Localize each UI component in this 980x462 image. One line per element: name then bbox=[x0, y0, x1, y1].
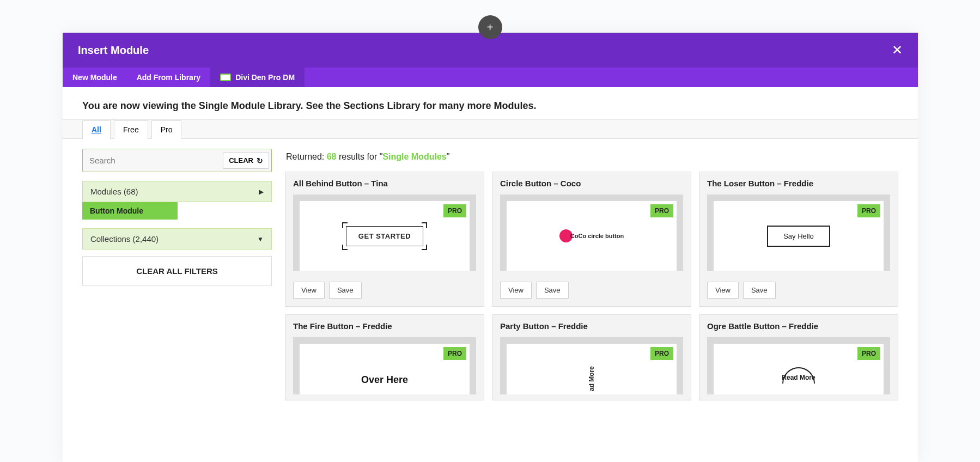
chevron-right-icon: ▶ bbox=[259, 188, 264, 196]
card-title: The Loser Button – Freddie bbox=[699, 172, 898, 194]
pro-badge: PRO bbox=[443, 204, 466, 217]
modal-body: You are now viewing the Single Module Li… bbox=[63, 87, 918, 462]
card-title: The Fire Button – Freddie bbox=[285, 315, 484, 337]
active-filter-chip[interactable]: Button Module bbox=[82, 202, 178, 220]
tab-divi-den-label: Divi Den Pro DM bbox=[235, 73, 295, 82]
card-title: Party Button – Freddie bbox=[492, 315, 691, 337]
tab-divi-den-pro-dm[interactable]: Divi Den Pro DM bbox=[210, 68, 305, 87]
library-announcement: You are now viewing the Single Module Li… bbox=[63, 87, 918, 119]
filter-tab-all[interactable]: All bbox=[82, 120, 111, 139]
save-button[interactable]: Save bbox=[536, 282, 569, 299]
tab-new-module[interactable]: New Module bbox=[63, 68, 127, 87]
preview-button: Say Hello bbox=[767, 226, 830, 247]
card-preview: PRO CoCo circle button bbox=[500, 194, 683, 271]
preview-button: ad More bbox=[588, 358, 595, 391]
module-card: The Fire Button – Freddie PRO Over Here bbox=[285, 314, 484, 400]
pro-badge: PRO bbox=[650, 204, 673, 217]
modal-title: Insert Module bbox=[78, 44, 149, 57]
preview-button: Read More bbox=[782, 374, 815, 381]
search-input[interactable] bbox=[85, 151, 220, 169]
card-title: Ogre Battle Button – Freddie bbox=[699, 315, 898, 337]
scroll-area[interactable]: CLEAR ↻ Modules (68) ▶ Button Module bbox=[63, 138, 918, 462]
card-title: All Behind Button – Tina bbox=[285, 172, 484, 194]
module-card: All Behind Button – Tina PRO GET STARTED bbox=[285, 172, 484, 307]
close-icon[interactable]: ✕ bbox=[892, 42, 903, 58]
pro-badge: PRO bbox=[443, 347, 466, 360]
pro-badge: PRO bbox=[857, 204, 880, 217]
save-button[interactable]: Save bbox=[329, 282, 362, 299]
view-button[interactable]: View bbox=[707, 282, 739, 299]
filter-tab-pro[interactable]: Pro bbox=[151, 120, 182, 139]
accordion-collections-label: Collections (2,440) bbox=[90, 234, 159, 244]
preview-button: GET STARTED bbox=[346, 226, 423, 246]
card-title: Circle Button – Coco bbox=[492, 172, 691, 194]
tab-add-from-library[interactable]: Add From Library bbox=[127, 68, 210, 87]
divi-den-icon bbox=[220, 74, 231, 81]
search-row: CLEAR ↻ bbox=[82, 149, 272, 172]
view-button[interactable]: View bbox=[293, 282, 325, 299]
preview-button: CoCo circle button bbox=[559, 229, 624, 242]
module-card: Ogre Battle Button – Freddie PRO Read Mo… bbox=[699, 314, 898, 400]
module-card: Party Button – Freddie PRO ad More bbox=[492, 314, 691, 400]
clear-search-button[interactable]: CLEAR ↻ bbox=[223, 153, 269, 169]
pro-badge: PRO bbox=[857, 347, 880, 360]
module-card: The Loser Button – Freddie PRO Say Hello… bbox=[699, 172, 898, 307]
view-button[interactable]: View bbox=[500, 282, 532, 299]
clear-search-label: CLEAR bbox=[229, 156, 253, 165]
filter-tab-free[interactable]: Free bbox=[114, 120, 148, 139]
pro-badge: PRO bbox=[650, 347, 673, 360]
results: Returned: 68 results for "Single Modules… bbox=[285, 149, 898, 462]
card-preview: PRO Read More bbox=[707, 337, 890, 394]
filter-tabs: All Free Pro bbox=[63, 120, 918, 139]
card-preview: PRO ad More bbox=[500, 337, 683, 394]
module-card: Circle Button – Coco PRO CoCo circle but… bbox=[492, 172, 691, 307]
card-preview: PRO Over Here bbox=[293, 337, 476, 394]
results-grid: All Behind Button – Tina PRO GET STARTED bbox=[285, 172, 898, 400]
results-summary: Returned: 68 results for "Single Modules… bbox=[285, 149, 898, 172]
save-button[interactable]: Save bbox=[743, 282, 776, 299]
card-preview: PRO Say Hello bbox=[707, 194, 890, 271]
accordion-collections[interactable]: Collections (2,440) ▼ bbox=[82, 228, 272, 250]
chevron-down-icon: ▼ bbox=[257, 235, 264, 243]
sidebar: CLEAR ↻ Modules (68) ▶ Button Module bbox=[82, 149, 272, 462]
insert-module-modal: Insert Module ✕ New Module Add From Libr… bbox=[63, 33, 918, 462]
modal-tabs: New Module Add From Library Divi Den Pro… bbox=[63, 68, 918, 87]
refresh-icon: ↻ bbox=[257, 156, 263, 165]
clear-all-filters-button[interactable]: CLEAR ALL FILTERS bbox=[82, 256, 272, 286]
accordion-modules[interactable]: Modules (68) ▶ bbox=[82, 181, 272, 202]
card-preview: PRO GET STARTED bbox=[293, 194, 476, 271]
accordion-modules-label: Modules (68) bbox=[90, 187, 138, 196]
add-section-fab[interactable]: + bbox=[478, 15, 502, 39]
preview-button: Over Here bbox=[361, 374, 408, 386]
